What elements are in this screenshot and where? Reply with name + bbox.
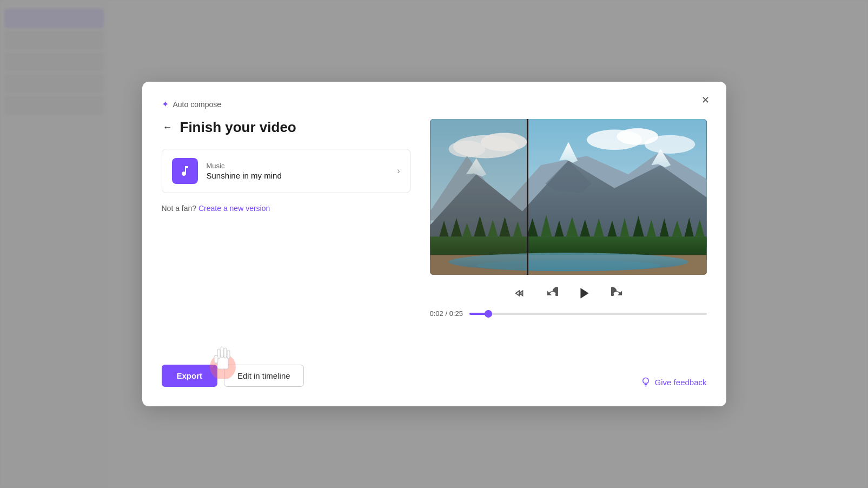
right-panel: 0:02 / 0:25 — [430, 119, 707, 387]
music-track-name: Sunshine in my mind — [207, 171, 397, 180]
export-button[interactable]: Export — [162, 365, 218, 387]
auto-compose-header: ✦ Auto compose — [162, 99, 707, 109]
svg-point-3 — [448, 141, 485, 157]
give-feedback-label: Give feedback — [655, 378, 707, 387]
svg-point-2 — [481, 133, 527, 151]
video-preview — [430, 119, 707, 275]
mountain-scene-svg — [430, 119, 707, 275]
music-note-icon — [178, 164, 191, 177]
music-icon-box — [172, 158, 198, 184]
video-controls: 0:02 / 0:25 — [430, 283, 707, 318]
finish-video-modal: ✕ ✦ Auto compose ← Finish your video — [142, 82, 726, 406]
progress-track[interactable] — [469, 313, 707, 315]
controls-row — [510, 283, 627, 303]
play-button[interactable] — [575, 283, 594, 303]
svg-point-6 — [644, 135, 695, 154]
svg-point-37 — [476, 260, 660, 271]
left-panel: ← Finish your video Music Sunshine in my… — [162, 119, 410, 387]
create-new-version-link[interactable]: Create a new version — [198, 204, 270, 213]
svg-marker-38 — [580, 288, 588, 299]
rewind-icon — [514, 287, 526, 299]
chevron-right-icon: › — [397, 166, 400, 176]
page-title: Finish your video — [180, 119, 296, 136]
page-title-row: ← Finish your video — [162, 119, 410, 136]
rewind-5s-button[interactable] — [542, 283, 562, 303]
skip-back-icon — [546, 287, 558, 299]
time-display: 0:02 / 0:25 — [430, 309, 463, 318]
skip-forward-icon — [611, 287, 623, 299]
progress-row: 0:02 / 0:25 — [430, 309, 707, 318]
modal-footer: Export Edit in timeline — [162, 347, 410, 387]
edit-timeline-button[interactable]: Edit in timeline — [224, 365, 304, 387]
modal-body: ← Finish your video Music Sunshine in my… — [162, 119, 707, 387]
close-button[interactable]: ✕ — [698, 93, 713, 108]
music-type-label: Music — [207, 162, 397, 170]
rewind-button[interactable] — [510, 283, 529, 303]
auto-compose-icon: ✦ — [162, 99, 169, 109]
lightbulb-icon — [641, 377, 651, 387]
forward-5s-button[interactable] — [607, 283, 627, 303]
play-icon — [578, 286, 592, 300]
not-a-fan-text: Not a fan? — [162, 204, 197, 213]
not-a-fan-section: Not a fan? Create a new version — [162, 204, 410, 213]
progress-thumb — [485, 310, 492, 318]
back-button[interactable]: ← — [162, 121, 174, 134]
music-info: Music Sunshine in my mind — [207, 162, 397, 180]
give-feedback-button[interactable]: Give feedback — [641, 377, 707, 387]
auto-compose-label: Auto compose — [173, 100, 222, 109]
modal-overlay: ✕ ✦ Auto compose ← Finish your video — [0, 0, 868, 488]
playhead — [527, 119, 528, 275]
music-card[interactable]: Music Sunshine in my mind › — [162, 149, 410, 193]
